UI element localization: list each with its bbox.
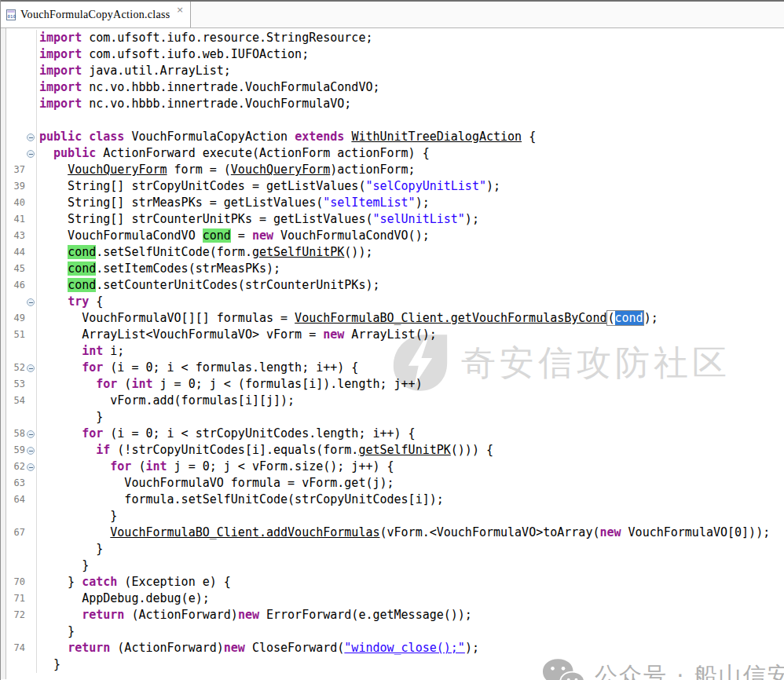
code-token: import <box>39 80 82 94</box>
gutter <box>6 30 37 46</box>
line-number: 63 <box>6 475 26 492</box>
code-token: (ActionForward) <box>110 641 224 655</box>
fold-column <box>26 574 36 590</box>
code-token <box>39 360 82 375</box>
line-number <box>6 145 26 162</box>
code-token: return <box>68 641 110 655</box>
code-token: ); <box>644 311 658 325</box>
line-number: 62 <box>6 459 26 475</box>
code-text: formula.setSelfUnitCode(strCopyUnitCodes… <box>37 492 444 508</box>
fold-collapse-icon[interactable] <box>27 133 35 141</box>
fold-column <box>26 607 36 623</box>
gutter <box>6 46 37 63</box>
gutter: 71 <box>6 590 37 607</box>
code-token: (vForm.<VouchFormulaVO>toArray( <box>379 525 599 539</box>
fold-column <box>26 294 36 310</box>
code-line: } <box>6 623 784 640</box>
line-number: 45 <box>6 261 26 277</box>
code-token: getSelfUnitPK <box>358 443 450 457</box>
line-number <box>6 343 26 360</box>
code-token: = <box>231 228 252 243</box>
code-line: 46 cond.setCounterUnitCodes(strCounterUn… <box>6 277 784 294</box>
code-line: 54 vForm.add(formulas[i][j]); <box>6 393 784 409</box>
code-token <box>39 443 96 457</box>
code-text: cond.setSelfUnitCode(form.getSelfUnitPK(… <box>37 244 372 261</box>
tab-vouchformulacopyaction[interactable]: 010 VouchFormulaCopyAction.class × <box>1 2 191 27</box>
code-token: )actionForm; <box>330 163 415 177</box>
code-token: AppDebug.debug(e); <box>39 591 210 605</box>
fold-collapse-icon[interactable] <box>27 150 35 158</box>
code-text: } catch (Exception e) { <box>37 574 231 590</box>
code-text: import nc.vo.hbbb.innertrade.VouchFormul… <box>37 79 379 96</box>
code-token: ArrayList<VouchFormulaVO> vForm = <box>39 327 323 342</box>
code-text: } <box>37 623 75 640</box>
fold-collapse-icon[interactable] <box>27 463 35 471</box>
code-token: for <box>110 459 131 473</box>
code-token: com.ufsoft.iufo.web.IUFOAction; <box>82 47 309 61</box>
code-token: public class <box>39 130 124 144</box>
code-line: public ActionForward execute(ActionForm … <box>6 145 784 162</box>
gutter: 67 <box>6 525 37 541</box>
code-text: ArrayList<VouchFormulaVO> vForm = new Ar… <box>37 327 437 343</box>
code-token: cond <box>615 310 644 326</box>
svg-text:010: 010 <box>7 13 16 18</box>
line-number: 67 <box>6 525 26 541</box>
line-number: 53 <box>6 376 26 393</box>
fold-collapse-icon[interactable] <box>27 430 35 438</box>
code-text: cond.setCounterUnitCodes(strCounterUnitP… <box>37 277 379 294</box>
close-icon[interactable]: × <box>177 5 185 15</box>
decompiled-class-viewer: { "tab": { "title": "VouchFormulaCopyAct… <box>0 0 784 680</box>
gutter: 41 <box>6 211 37 228</box>
code-text: VouchFormulaBO_Client.addVouchFormulas(v… <box>37 525 770 541</box>
code-token: for <box>82 360 103 375</box>
fold-collapse-icon[interactable] <box>27 298 35 306</box>
code-text: import com.ufsoft.iufo.resource.StringRe… <box>37 30 372 46</box>
code-line: public class VouchFormulaCopyAction exte… <box>6 129 784 145</box>
fold-collapse-icon[interactable] <box>27 364 35 372</box>
gutter <box>6 508 37 525</box>
code-text: public ActionForward execute(ActionForm … <box>37 145 430 162</box>
code-line: 37 VouchQueryForm form = (VouchQueryForm… <box>6 162 784 178</box>
code-text: for (int j = 0; j < (formulas[i]).length… <box>37 376 423 393</box>
code-token <box>39 608 82 622</box>
fold-collapse-icon[interactable] <box>27 447 35 455</box>
gutter <box>6 63 37 79</box>
code-token: VouchFormulaBO_Client.getVouchFormulasBy… <box>295 311 606 325</box>
code-text: } <box>37 541 103 558</box>
code-token: nc.vo.hbbb.innertrade.VouchFormulaVO; <box>82 97 351 111</box>
fold-column <box>26 541 36 558</box>
code-token: j = 0; j < (formulas[i]).length; j++) <box>153 377 423 391</box>
code-text: String[] strCounterUnitPKs = getListValu… <box>37 211 479 228</box>
code-line: 72 return (ActionForward)new ErrorForwar… <box>6 607 784 623</box>
code-line: 71 AppDebug.debug(e); <box>6 590 784 607</box>
code-token: "selUnitList" <box>372 212 464 226</box>
code-line: import com.ufsoft.iufo.web.IUFOAction; <box>6 46 784 63</box>
gutter: 39 <box>6 178 37 195</box>
code-lines-container: import com.ufsoft.iufo.resource.StringRe… <box>6 28 784 673</box>
fold-column <box>26 327 36 343</box>
code-token: import <box>39 47 82 61</box>
code-line: 40 String[] strMeasPKs = getListValues("… <box>6 195 784 211</box>
line-number: 58 <box>6 426 26 442</box>
fold-column <box>26 30 36 46</box>
line-number <box>6 46 26 63</box>
code-token: ); <box>486 179 500 193</box>
class-file-icon: 010 <box>5 9 16 21</box>
code-text: vForm.add(formulas[i][j]); <box>37 393 295 409</box>
code-text: import java.util.ArrayList; <box>37 63 231 79</box>
gutter: 58 <box>6 426 37 442</box>
code-text: try { <box>37 294 103 310</box>
code-token <box>39 459 110 473</box>
line-number <box>6 294 26 310</box>
gutter: 40 <box>6 195 37 211</box>
code-editor[interactable]: 奇安信攻防社区 公众号 · 船山信安 import com.ufsoft.iuf… <box>1 28 784 679</box>
fold-column <box>26 178 36 195</box>
line-number: 37 <box>6 162 26 178</box>
line-number: 74 <box>6 640 26 656</box>
code-token: com.ufsoft.iufo.resource.StringResource; <box>82 31 372 45</box>
gutter: 59 <box>6 442 37 459</box>
fold-column <box>26 96 36 112</box>
code-token: VouchFormulaBO_Client.addVouchFormulas <box>110 525 379 539</box>
code-line: 52 for (i = 0; i < formulas.length; i++)… <box>6 360 784 376</box>
code-token: } <box>39 575 82 589</box>
